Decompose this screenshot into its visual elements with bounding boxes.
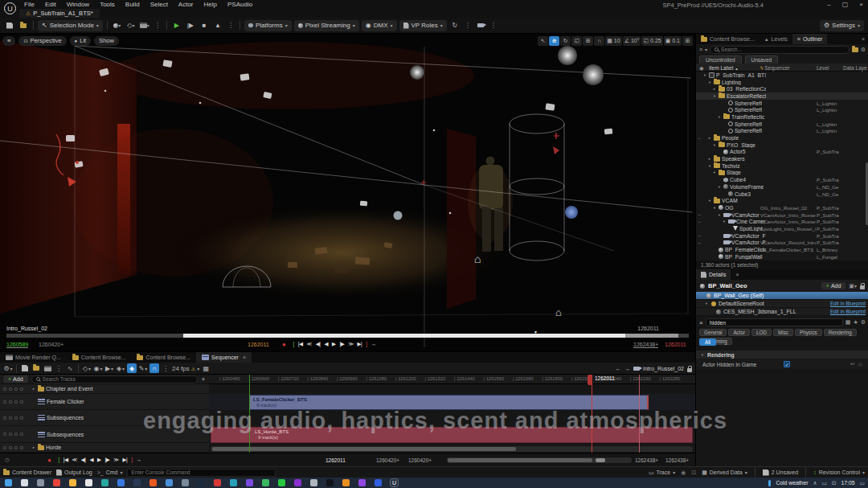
tab-details[interactable]: Details (696, 269, 731, 280)
expander-icon[interactable]: ▾ (717, 213, 722, 217)
taskbar-app-icon[interactable]: U (391, 479, 398, 486)
record-button[interactable]: ● (280, 341, 289, 348)
filter-chip[interactable]: Rendering (824, 329, 857, 336)
play-button[interactable]: ▶ (171, 20, 182, 31)
component-row[interactable]: ▾ DefaultSceneRoot Edit in Blueprint (696, 300, 868, 308)
outliner-row[interactable]: SphereRefl L_Lightin (696, 128, 868, 135)
tab-outliner[interactable]: ≡Outliner (792, 34, 828, 44)
taskbar-app-icon[interactable] (246, 479, 253, 486)
rendering-section-header[interactable]: ▾Rendering (696, 351, 868, 359)
scrubber-marker[interactable]: ▼ (534, 330, 538, 334)
unsaved-indicator[interactable]: 2 Unsaved (763, 470, 798, 476)
expander-icon[interactable]: ▾ (717, 115, 722, 119)
keyframe-options-dropdown[interactable]: ◈▾ (116, 363, 125, 373)
taskbar-app-icon[interactable] (5, 479, 12, 486)
curves-button[interactable]: ∿ (65, 363, 75, 373)
expander-icon[interactable]: ▾ (722, 219, 727, 223)
content-drawer-button[interactable]: Content Drawer (3, 470, 51, 475)
transport-button[interactable]: |▶ (338, 341, 346, 347)
blueprints-dropdown[interactable]: ◇▾ (125, 20, 137, 31)
transport-button[interactable]: ◀ (88, 457, 96, 463)
outliner-row[interactable]: SpotLight SpotLight_Intro_Russel_02, P_S… (696, 225, 868, 232)
snap-options-icon[interactable]: ⋮ (161, 365, 170, 372)
track-filter-icon[interactable]: ▼ (201, 377, 206, 382)
screenshot-icon[interactable]: ⊡ (691, 470, 696, 476)
menu-item[interactable]: File (24, 1, 35, 8)
clear-filter-icon[interactable]: × (699, 319, 703, 326)
taskbar-app-icon[interactable] (375, 479, 382, 486)
lit-dropdown[interactable]: ●Lit (70, 36, 92, 46)
frame-skip-button[interactable]: |▶ (185, 20, 196, 31)
outliner-row[interactable]: BP_FemaleClicker LS_FemaleClicker_BTS L_… (696, 246, 868, 253)
menu-item[interactable]: Select (150, 1, 168, 8)
taskbar-app-icon[interactable] (149, 479, 157, 486)
add-component-button[interactable]: +Add (821, 282, 846, 289)
tab-close-icon[interactable]: × (243, 355, 246, 360)
outliner-row[interactable]: Cube4 P_SubTra (696, 176, 868, 183)
keyframe-property-icon[interactable]: ◇ (858, 361, 862, 367)
edit-in-blueprint-link[interactable]: Edit in Blueprint (830, 309, 866, 314)
weather-label[interactable]: Cold weather (776, 480, 808, 486)
view-options-dropdown[interactable]: ◉▾ (93, 363, 103, 373)
taskbar-app-icon[interactable] (326, 479, 334, 486)
outliner-row[interactable]: ▾ P_SubTrain_A1_BTS (Editor) (696, 72, 868, 79)
outliner-row[interactable]: ▾ TrainReflectic (696, 113, 868, 121)
outliner-row[interactable]: ∽ ▸ People (696, 134, 868, 141)
blue-gizmo-sphere[interactable] (565, 206, 578, 219)
details-settings-icon[interactable]: ⚙ (861, 319, 866, 326)
bottom-panel-tab[interactable]: Content Browse... × (67, 352, 132, 363)
column-item-label[interactable]: Item Label ▲ (709, 65, 739, 71)
cmd-dropdown[interactable]: >_Cmd▾ (97, 470, 123, 475)
expander-icon[interactable]: ▾ (712, 94, 717, 98)
range-end-readout2[interactable]: 1262438+ (665, 457, 689, 463)
outliner-row[interactable]: ∽ VCamActor_F P_SubTra (696, 232, 868, 240)
range-end-readout[interactable]: 1262438+ (635, 457, 658, 463)
trace-dropdown[interactable]: ▭Trace▾ (649, 470, 675, 476)
transport-button[interactable]: ≪ (70, 457, 79, 463)
sequencer-save-button[interactable] (20, 363, 30, 373)
stop-button[interactable]: ■ (199, 20, 210, 31)
transport-button[interactable]: → (134, 457, 143, 463)
taskbar-app-icon[interactable] (342, 479, 350, 486)
edit-in-blueprint-link[interactable]: Edit in Blueprint (830, 301, 866, 306)
minimize-button[interactable]: – (827, 1, 830, 8)
rotate-tool[interactable]: ↻ (560, 36, 571, 46)
outliner-row[interactable]: SphereRefl L_Lightin (696, 106, 868, 113)
track-toggle-icons[interactable] (3, 433, 23, 436)
source-control-button[interactable] (18, 20, 29, 31)
bottom-panel-tab[interactable]: Movie Render Q... × (0, 352, 67, 363)
current-frame-readout[interactable]: 1262011 (326, 457, 346, 463)
track-toggle-icons[interactable] (3, 400, 23, 404)
time-display-options-icon[interactable]: ◷ (5, 457, 10, 463)
console-command-input[interactable] (127, 469, 276, 477)
taskbar-app-icon[interactable] (37, 479, 44, 486)
outliner-row[interactable]: ∽ VCamActor_F VCamActor_Record_Intro_F P… (696, 240, 868, 247)
select-tool[interactable]: ↖ (538, 36, 548, 46)
play-options-icon[interactable]: ⋮ (226, 22, 235, 29)
taskbar-app-icon[interactable] (117, 479, 125, 486)
column-level[interactable]: Level (817, 65, 829, 71)
sequencer-track-row[interactable]: Subsequences (0, 410, 209, 426)
expander-icon[interactable]: ▾ (717, 185, 722, 189)
taskbar-app-icon[interactable] (133, 479, 141, 486)
sequence-lock-icon[interactable] (687, 368, 692, 372)
outliner-row[interactable]: Actor5 P_SubTra (696, 149, 868, 156)
favorites-icon[interactable]: ★ (853, 319, 858, 326)
expander-icon[interactable]: ▸ (707, 136, 712, 140)
edit-mode-dropdown[interactable]: ✎▾ (138, 363, 148, 373)
playhead-line[interactable] (592, 375, 592, 453)
sequencer-track-row[interactable]: Female Clicker (0, 394, 209, 410)
sequencer-track-row[interactable]: ▸ Horde (0, 443, 209, 453)
vp-roles-dropdown[interactable]: VP Roles▾ (399, 20, 447, 31)
subsequence-clip-female-clicker[interactable]: LS_FemaleClicker_BTS 9 track(s) (249, 395, 649, 410)
scale-tool[interactable]: ◱ (571, 36, 582, 46)
mode-select-dropdown[interactable]: ↖ Selection Mode ▾ (38, 20, 103, 31)
menu-item[interactable]: Help (204, 1, 217, 8)
outliner-row[interactable]: ▸ 03_ReflectionCaptures (696, 85, 868, 92)
surface-snap-toggle[interactable]: ∩ (594, 36, 604, 46)
filter-chip[interactable]: General (699, 329, 727, 336)
transport-button[interactable]: ▶ (96, 457, 104, 463)
render-movie-button[interactable] (43, 363, 52, 373)
visibility-column-icon[interactable]: ◉ (699, 65, 704, 72)
tab-content-browser[interactable]: Content Browse... (696, 34, 760, 44)
